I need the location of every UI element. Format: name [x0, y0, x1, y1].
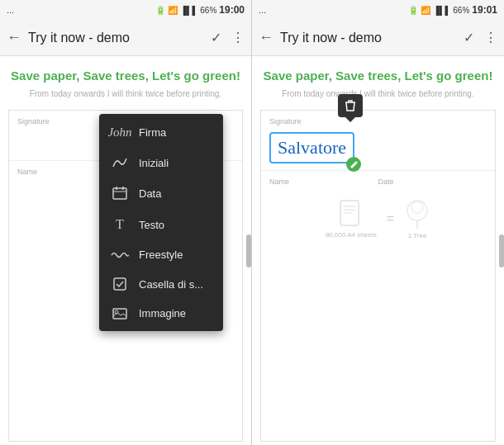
- svg-rect-4: [113, 188, 126, 199]
- signature-value-right[interactable]: Salvatore: [269, 129, 354, 167]
- time-right: 19:01: [472, 4, 497, 16]
- battery-pct-right: ▐▌▌ 66%: [433, 6, 469, 15]
- doc-area-right: Signature Salvatore: [260, 110, 496, 443]
- date-field-right: Date: [378, 178, 487, 186]
- back-button-right[interactable]: ←: [259, 29, 273, 46]
- toolbar-right: ← Try it now - demo ✓ ⋮: [252, 20, 504, 56]
- iniziali-label: Iniziali: [139, 157, 169, 169]
- svg-point-16: [411, 201, 423, 213]
- text-icon: T: [111, 217, 129, 232]
- bottom-fields-right: Name Date: [261, 171, 495, 192]
- green-heading-right: Save paper, Save trees, Let's go green!: [252, 56, 504, 88]
- status-bar-left: ... 🔋 📶 ▐▌▌ 66% 19:00: [0, 0, 251, 20]
- dropdown-casella[interactable]: Casella di s...: [99, 269, 223, 299]
- svg-point-15: [407, 201, 427, 220]
- toolbar-actions-left: ✓ ⋮: [211, 30, 245, 45]
- back-button-left[interactable]: ←: [7, 29, 21, 46]
- dropdown-data[interactable]: Data: [99, 178, 223, 209]
- immagine-label: Immagine: [139, 307, 186, 320]
- sub-text-right: From today onwards I will think twice be…: [252, 88, 504, 107]
- title-left: Try it now - demo: [28, 31, 211, 45]
- svg-rect-8: [114, 278, 126, 290]
- green-heading-left: Save paper, Save trees, Let's go green!: [0, 56, 251, 88]
- name-field-right: Name: [269, 178, 378, 186]
- signal-icon: 📶: [168, 6, 178, 15]
- dropdown-menu[interactable]: John Firma Iniziali: [99, 114, 223, 331]
- svg-rect-9: [113, 309, 126, 319]
- firma-icon: John: [111, 125, 129, 140]
- freestyle-icon: [111, 250, 129, 260]
- tree-icon-area: 1 Tree: [404, 199, 430, 239]
- toolbar-left: ← Try it now - demo ✓ ⋮: [0, 20, 251, 56]
- status-icons-right: 🔋 📶 ▐▌▌ 66% 19:01: [408, 4, 497, 16]
- doc-icon-right: 80,000 A4 sheets: [326, 200, 377, 239]
- toolbar-actions-right: ✓ ⋮: [464, 30, 497, 45]
- page-content-right: Save paper, Save trees, Let's go green! …: [252, 56, 504, 445]
- page-content-left: Save paper, Save trees, Let's go green! …: [0, 56, 251, 445]
- dropdown-immagine[interactable]: Immagine: [99, 299, 223, 328]
- casella-label: Casella di s...: [139, 278, 203, 291]
- tree-label: 1 Tree: [408, 232, 427, 239]
- dropdown-testo[interactable]: T Testo: [99, 209, 223, 240]
- delete-tooltip[interactable]: [338, 94, 363, 117]
- firma-label: Firma: [139, 126, 166, 139]
- equals-sign: =: [387, 211, 394, 226]
- data-label: Data: [139, 187, 161, 200]
- right-panel: ... 🔋 📶 ▐▌▌ 66% 19:01 ← Try it now - dem…: [252, 0, 504, 445]
- testo-label: Testo: [139, 219, 164, 231]
- dropdown-firma[interactable]: John Firma: [99, 117, 223, 148]
- signal-icon-right: 📶: [421, 6, 430, 15]
- status-left-text: ...: [7, 5, 14, 15]
- doc-footer-right: 80,000 A4 sheets = 1 Tree: [261, 192, 495, 246]
- dropdown-iniziali[interactable]: Iniziali: [99, 148, 223, 178]
- checkbox-icon: [111, 277, 129, 291]
- status-right-text: ...: [259, 5, 266, 15]
- time-left: 19:00: [219, 4, 245, 16]
- signature-field-right[interactable]: Signature Salvatore: [261, 111, 495, 171]
- trash-icon: [345, 99, 356, 112]
- name-label-right: Name: [269, 178, 378, 186]
- edit-cursor-icon: [346, 157, 361, 172]
- doc-sheets-label-right: 80,000 A4 sheets: [326, 231, 377, 239]
- battery-icon: 🔋: [155, 6, 165, 15]
- signature-drawn[interactable]: Salvatore: [269, 132, 354, 163]
- check-button-right[interactable]: ✓: [464, 30, 474, 45]
- left-panel: ... 🔋 📶 ▐▌▌ 66% 19:00 ← Try it now - dem…: [0, 0, 252, 445]
- scroll-indicator-left[interactable]: [246, 234, 251, 267]
- check-button-left[interactable]: ✓: [211, 30, 221, 45]
- image-icon: [111, 308, 129, 320]
- signature-label-right: Signature: [269, 117, 487, 125]
- more-button-right[interactable]: ⋮: [484, 30, 497, 45]
- scroll-indicator-right[interactable]: [499, 234, 504, 267]
- iniziali-icon: [111, 156, 129, 169]
- title-right: Try it now - demo: [280, 31, 464, 45]
- status-bar-right: ... 🔋 📶 ▐▌▌ 66% 19:01: [252, 0, 504, 20]
- date-label-right: Date: [378, 178, 487, 186]
- battery-icon-right: 🔋: [408, 6, 418, 15]
- more-button-left[interactable]: ⋮: [231, 30, 245, 45]
- sub-text-left: From today onwards I will think twice be…: [0, 88, 251, 107]
- status-icons-left: 🔋 📶 ▐▌▌ 66% 19:00: [155, 4, 245, 16]
- freestyle-label: Freestyle: [139, 249, 183, 261]
- battery-pct-left: ▐▌▌ 66%: [180, 6, 216, 15]
- calendar-icon: [111, 186, 129, 201]
- dropdown-freestyle[interactable]: Freestyle: [99, 240, 223, 269]
